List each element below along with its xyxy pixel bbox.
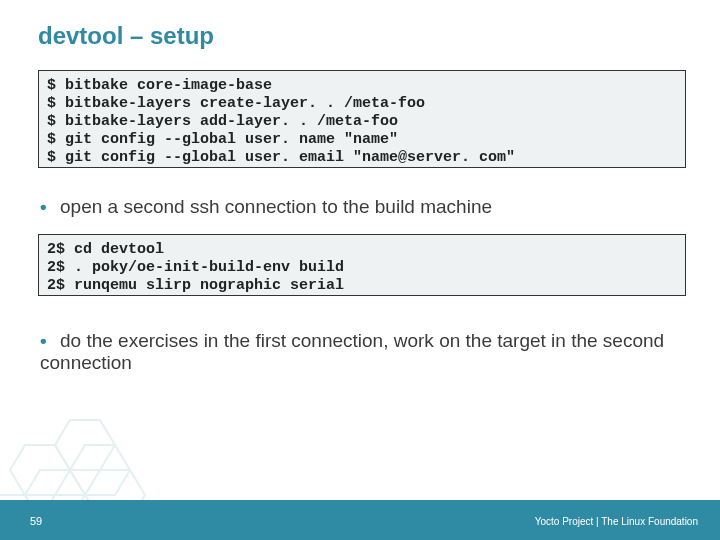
code-line: $ bitbake-layers create-layer. . /meta-f… (47, 95, 677, 113)
code-block-1: $ bitbake core-image-base $ bitbake-laye… (38, 70, 686, 168)
bullet-2: •do the exercises in the first connectio… (40, 330, 680, 374)
code-line: 2$ . poky/oe-init-build-env build (47, 259, 677, 277)
code-block-2: 2$ cd devtool 2$ . poky/oe-init-build-en… (38, 234, 686, 296)
slide-title: devtool – setup (38, 22, 214, 50)
code-line: $ bitbake core-image-base (47, 77, 677, 95)
page-number: 59 (30, 515, 42, 527)
bullet-text: open a second ssh connection to the buil… (60, 196, 492, 217)
code-line: $ git config --global user. name "name" (47, 131, 677, 149)
bullet-marker-icon: • (40, 196, 60, 218)
footer-text: Yocto Project | The Linux Foundation (535, 516, 698, 527)
code-line: $ bitbake-layers add-layer. . /meta-foo (47, 113, 677, 131)
code-line: 2$ runqemu slirp nographic serial (47, 277, 677, 295)
svg-marker-1 (55, 420, 115, 470)
code-line: 2$ cd devtool (47, 241, 677, 259)
code-line: $ git config --global user. email "name@… (47, 149, 677, 167)
bullet-text: do the exercises in the first connection… (40, 330, 664, 373)
slide: devtool – setup $ bitbake core-image-bas… (0, 0, 720, 540)
svg-marker-2 (70, 445, 130, 495)
svg-marker-0 (10, 445, 70, 495)
bullet-marker-icon: • (40, 330, 60, 352)
bullet-1: •open a second ssh connection to the bui… (40, 196, 680, 218)
